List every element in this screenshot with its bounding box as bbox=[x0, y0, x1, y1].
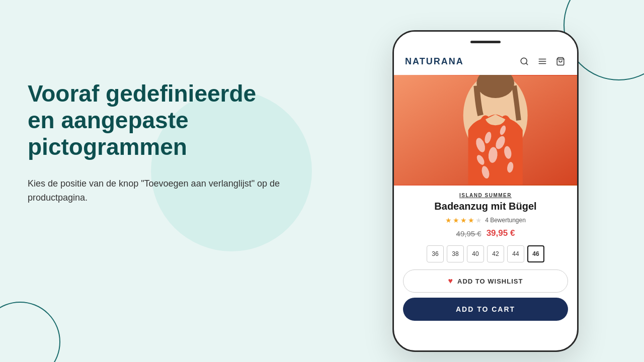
size-46[interactable]: 46 bbox=[527, 245, 544, 262]
star-1: ★ bbox=[445, 216, 452, 224]
star-3: ★ bbox=[460, 216, 467, 224]
size-44[interactable]: 44 bbox=[507, 245, 524, 262]
price-row: 49,95 € 39,95 € bbox=[403, 228, 568, 238]
rating-row: ★ ★ ★ ★ ★ 4 Bewertungen bbox=[403, 216, 568, 224]
nav-icons bbox=[519, 56, 566, 67]
menu-icon[interactable] bbox=[537, 56, 548, 67]
product-brand: ISLAND SUMMER bbox=[403, 193, 568, 198]
size-selector[interactable]: 36 38 40 42 44 46 bbox=[403, 245, 568, 262]
search-icon[interactable] bbox=[519, 56, 530, 67]
wishlist-label: ADD TO WISHLIST bbox=[457, 278, 523, 285]
svg-line-1 bbox=[526, 63, 527, 64]
product-image bbox=[394, 75, 577, 186]
phone-inner: NATURANA bbox=[394, 32, 577, 350]
brand-name: NATURANA bbox=[405, 56, 464, 67]
star-5: ★ bbox=[475, 216, 482, 224]
product-info: ISLAND SUMMER Badeanzug mit Bügel ★ ★ ★ … bbox=[394, 186, 577, 262]
product-name: Badeanzug mit Bügel bbox=[403, 200, 568, 212]
star-rating: ★ ★ ★ ★ ★ bbox=[445, 216, 482, 224]
bg-circle-bottom-left bbox=[0, 302, 60, 362]
price-sale: 39,95 € bbox=[487, 228, 515, 238]
add-to-wishlist-button[interactable]: ♥ ADD TO WISHLIST bbox=[403, 269, 568, 293]
phone-speaker bbox=[470, 41, 501, 43]
nav-bar: NATURANA bbox=[394, 32, 577, 75]
star-4: ★ bbox=[468, 216, 474, 224]
main-heading: Vooraf gedefinieerde en aangepaste picto… bbox=[28, 80, 289, 160]
review-count: 4 Bewertungen bbox=[485, 217, 526, 224]
price-original: 49,95 € bbox=[456, 229, 481, 238]
size-40[interactable]: 40 bbox=[467, 245, 484, 262]
cart-icon[interactable] bbox=[555, 56, 566, 67]
size-42[interactable]: 42 bbox=[487, 245, 504, 262]
phone-mockup: NATURANA bbox=[392, 30, 579, 352]
heart-icon: ♥ bbox=[448, 277, 454, 286]
star-2: ★ bbox=[453, 216, 459, 224]
size-38[interactable]: 38 bbox=[447, 245, 464, 262]
add-to-cart-button[interactable]: ADD TO CART bbox=[403, 298, 568, 321]
left-section: Vooraf gedefinieerde en aangepaste picto… bbox=[28, 80, 289, 205]
sub-text: Kies de positie van de knop "Toevoegen a… bbox=[28, 176, 289, 206]
size-36[interactable]: 36 bbox=[427, 245, 444, 262]
